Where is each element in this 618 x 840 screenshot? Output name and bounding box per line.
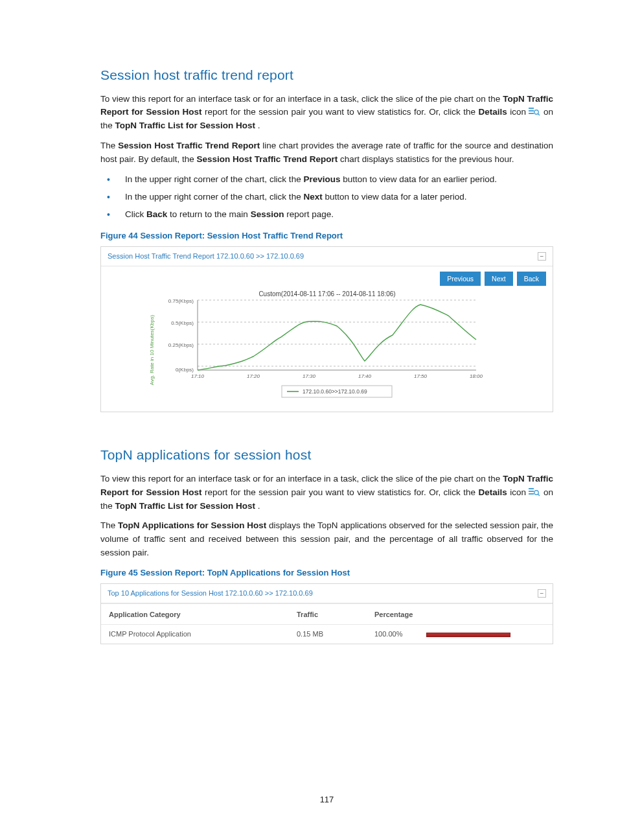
section-heading-topn: TopN applications for session host bbox=[100, 445, 553, 466]
text-bold: TopN Traffic List for Session Host bbox=[115, 501, 256, 511]
text: icon bbox=[510, 107, 529, 117]
text-bold: Session Host Traffic Trend Report bbox=[197, 154, 338, 164]
collapse-icon[interactable]: − bbox=[538, 589, 546, 598]
trend-para1: To view this report for an interface tas… bbox=[100, 93, 553, 134]
details-icon bbox=[529, 107, 540, 116]
y-tick: 0.25(Kbps) bbox=[168, 342, 193, 348]
details-icon bbox=[529, 487, 540, 496]
x-tick: 17:10 bbox=[190, 373, 204, 379]
svg-rect-13 bbox=[529, 488, 534, 489]
text: chart displays statistics for the previo… bbox=[340, 154, 514, 164]
y-axis-label: Avg. Rate in 10 Minutes(Kbps) bbox=[149, 315, 155, 386]
col-header-app: Application Category bbox=[109, 609, 297, 620]
x-tick: 17:50 bbox=[413, 373, 427, 379]
panel-trend-report: Session Host Traffic Trend Report 172.10… bbox=[100, 246, 553, 412]
svg-line-4 bbox=[538, 114, 540, 116]
previous-button[interactable]: Previous bbox=[440, 272, 481, 286]
line-chart: Custom(2014-08-11 17:06 -- 2014-08-11 18… bbox=[139, 288, 515, 402]
x-tick: 18:00 bbox=[469, 373, 483, 379]
text: To view this report for an interface tas… bbox=[100, 94, 503, 104]
text: button to view data for a later period. bbox=[325, 192, 466, 202]
y-tick: 0.75(Kbps) bbox=[168, 298, 193, 304]
x-tick: 17:30 bbox=[302, 373, 315, 379]
collapse-icon[interactable]: − bbox=[538, 252, 546, 261]
text-bold: TopN Traffic List for Session Host bbox=[115, 121, 256, 130]
text-bold: Previous bbox=[303, 174, 340, 184]
svg-rect-1 bbox=[529, 110, 534, 111]
x-tick: 17:40 bbox=[358, 373, 371, 379]
text-bold: Next bbox=[303, 192, 322, 202]
list-item: In the upper right corner of the chart, … bbox=[100, 191, 553, 204]
list-item: Click Back to return to the main Session… bbox=[100, 208, 553, 222]
table-row: ICMP Protocol Application 0.15 MB 100.00… bbox=[101, 624, 553, 644]
svg-rect-14 bbox=[529, 491, 534, 492]
col-header-traffic: Traffic bbox=[297, 609, 374, 620]
trend-bullets: In the upper right corner of the chart, … bbox=[100, 173, 553, 222]
svg-rect-0 bbox=[529, 108, 534, 109]
cell-pct: 100.00% bbox=[374, 629, 426, 640]
text: . bbox=[258, 121, 260, 130]
text: The bbox=[100, 520, 118, 530]
back-button[interactable]: Back bbox=[517, 272, 546, 286]
text: . bbox=[258, 501, 260, 511]
svg-rect-2 bbox=[529, 113, 534, 114]
text-bold: Details bbox=[479, 487, 507, 497]
text-bold: Session bbox=[251, 209, 284, 219]
text: In the upper right corner of the chart, … bbox=[125, 192, 303, 202]
topn-para2: The TopN Applications for Session Host d… bbox=[100, 519, 553, 560]
panel-topn-apps: Top 10 Applications for Session Host 172… bbox=[100, 583, 553, 644]
x-tick: 17:20 bbox=[246, 373, 260, 379]
y-tick: 0(Kbps) bbox=[175, 367, 193, 373]
figure-45-caption: Figure 45 Session Report: TopN Applicati… bbox=[100, 566, 553, 579]
text: report for the session pair you want to … bbox=[205, 487, 478, 497]
text-bold: Details bbox=[479, 107, 507, 117]
text-bold: Back bbox=[146, 209, 167, 219]
page-number: 117 bbox=[100, 793, 553, 806]
cell-app: ICMP Protocol Application bbox=[109, 629, 297, 640]
text: icon bbox=[510, 487, 529, 497]
next-button[interactable]: Next bbox=[485, 272, 513, 286]
panel-title: Top 10 Applications for Session Host 172… bbox=[108, 588, 313, 599]
svg-rect-15 bbox=[529, 493, 534, 495]
chart-container: Custom(2014-08-11 17:06 -- 2014-08-11 18… bbox=[101, 286, 553, 412]
panel-header: Session Host Traffic Trend Report 172.10… bbox=[101, 247, 553, 266]
topn-para1: To view this report for an interface tas… bbox=[100, 472, 553, 513]
chart-series-line bbox=[198, 305, 476, 370]
text: In the upper right corner of the chart, … bbox=[125, 174, 303, 184]
trend-para2: The Session Host Traffic Trend Report li… bbox=[100, 139, 553, 167]
percentage-bar bbox=[426, 633, 510, 637]
table: Application Category Traffic Percentage … bbox=[101, 603, 553, 644]
text: report for the session pair you want to … bbox=[205, 107, 478, 117]
col-header-pct: Percentage bbox=[374, 609, 426, 620]
chart-title: Custom(2014-08-11 17:06 -- 2014-08-11 18… bbox=[258, 290, 395, 298]
panel-header: Top 10 Applications for Session Host 172… bbox=[101, 584, 553, 603]
panel-toolbar: Previous Next Back bbox=[101, 266, 553, 286]
text: to return to the main bbox=[170, 209, 251, 219]
section-heading-trend: Session host traffic trend report bbox=[100, 65, 553, 86]
text-bold: TopN Applications for Session Host bbox=[118, 520, 266, 530]
text: report page. bbox=[286, 209, 334, 219]
text: Click bbox=[125, 209, 146, 219]
legend-label: 172.10.0.60>>172.10.0.69 bbox=[303, 388, 367, 395]
panel-title: Session Host Traffic Trend Report 172.10… bbox=[108, 251, 304, 262]
cell-bar bbox=[426, 631, 545, 637]
text: The bbox=[100, 141, 118, 150]
y-tick: 0.5(Kbps) bbox=[171, 320, 194, 326]
svg-line-17 bbox=[538, 494, 540, 496]
cell-traffic: 0.15 MB bbox=[297, 629, 374, 640]
text: To view this report for an interface tas… bbox=[100, 474, 503, 484]
list-item: In the upper right corner of the chart, … bbox=[100, 173, 553, 187]
text-bold: Session Host Traffic Trend Report bbox=[118, 141, 260, 150]
text: button to view data for an earlier perio… bbox=[343, 174, 497, 184]
figure-44-caption: Figure 44 Session Report: Session Host T… bbox=[100, 229, 553, 242]
table-header-row: Application Category Traffic Percentage bbox=[101, 603, 553, 624]
